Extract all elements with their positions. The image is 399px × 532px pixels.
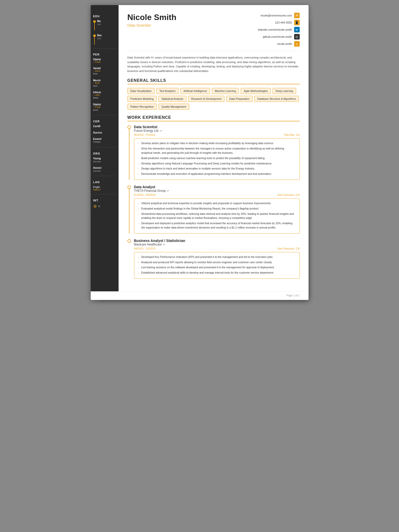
work-timeline-2 [127,185,131,234]
contact-github: github.com/nicole.smith ⊙ [263,34,300,40]
candidate-name: Nicole Smith [127,13,177,22]
skill-tag-6: Deep Learning [273,88,296,94]
bullet-2-4: Developed and deployed a predictive anal… [138,221,296,230]
job-dates-2: 01/2016 - 04/2019 [134,193,156,196]
sidebar-per-item-2: Variati – Devefrom [93,67,116,75]
sidebar-edu-degree-1: Ma [97,20,101,23]
sidebar-edu-item-1: Ma SAI [93,20,116,30]
sidebar-edu-item-2: Bac SAI [93,34,116,45]
candidate-title: Data Scientist [127,23,177,27]
sidebar-int-title: INT [93,199,116,202]
skill-tag-3: Artificial Intelligence [180,88,210,94]
skill-tag-1: Data Visualization [127,88,155,94]
sidebar-per-item-1: Statist – Predi [93,58,116,63]
work-timeline-3 [127,239,131,279]
main-content: Nicole Smith Data Scientist nicole@novor… [119,5,309,291]
sidebar-org-title: ORG [93,152,116,155]
interests-icon: ⚙ [93,204,97,209]
sidebar-edu-degree-2: Bac [97,34,102,37]
main-page: EDU Ma SAI [91,5,309,300]
github-icon: ⊙ [294,34,300,40]
timeline-circle-2 [127,185,131,189]
contact-email: nicole@novoresume.com ✉ [260,13,299,18]
bullet-2-2: Evaluated analytical model findings in t… [138,206,296,211]
linkedin-text: linkedin.com/in/nicole.smith [258,28,292,31]
linkedin-icon: in [294,27,300,32]
work-body-3: Business Analyst / Statistician Maxicare… [134,239,300,279]
skill-tag-8: Statistical Analysis [158,96,186,102]
job-location-3: San Francisco, CA [277,247,300,250]
sidebar: EDU Ma SAI [91,5,119,291]
bullet-1-4: Develop algorithms using Natural Languag… [138,161,296,166]
job-company-3: Maxicare Healthcare ↗ [134,243,300,246]
skills-section-title: GENERAL SKILLS [127,78,300,84]
job-dates-3: 04/2013 - 12/2015 [134,247,156,250]
bullet-1-3: Build predictive models using various ma… [138,156,296,160]
timeline-line-2 [129,189,129,234]
timeline-line-1 [129,129,129,180]
sidebar-cer-title: CER [93,120,116,123]
job-dates-1: 05/2019 - Present [134,133,155,136]
email-icon: ✉ [294,13,300,18]
page-footer: Page 1 of 2 [91,291,309,300]
bullet-2-3: Streamlined data processing workflows, r… [138,212,296,220]
bullet-2-1: Utilized analytical and technical expert… [138,201,296,205]
skill-tag-7: Predictive Modeling [127,96,157,102]
job-bullets-1: Develop action plans to mitigate risks i… [138,141,296,176]
skill-tag-13: Quality Management [159,104,189,110]
job-dates-row-1: 05/2019 - Present Palo Alto, CA [134,133,300,136]
github-text: github.com/nicole.smith [263,35,292,38]
job-title-3: Business Analyst / Statistician [134,239,300,243]
job-dates-row-2: 01/2016 - 04/2019 San Francisco, CA [134,193,300,196]
sidebar-lan-title: LAN [93,181,116,184]
bullet-1-2: Drive the interaction and partnership be… [138,146,296,155]
sidebar-cer-item-3: Essent Compu [93,138,116,144]
work-timeline-1 [127,125,131,180]
header-left: Nicole Smith Data Scientist [127,13,177,27]
skill-tag-9: Research & Development [188,96,225,102]
website-icon: ⬧ [294,41,300,47]
sidebar-cer-item-1: Certifi [93,125,116,128]
sidebar-per-item-3: Merch – Builtreco [93,79,116,88]
job-bullets-box-2: Utilized analytical and technical expert… [134,198,300,234]
work-entry-1: Data Scientist Future Energy Ltd. ↗ 05/2… [127,125,300,180]
sidebar-per-item-5: Statist – Prediprovi [93,103,116,112]
phone-icon: 📱 [294,20,300,25]
sidebar-cer-item-2: Succes [93,131,116,134]
skill-tag-11: Database Structure & Algorithms [254,96,299,102]
skills-section: GENERAL SKILLS Data VisualizationText An… [127,78,300,110]
header: Nicole Smith Data Scientist nicole@novor… [127,13,300,51]
sidebar-int-item-1: ⚙ M [93,204,116,209]
contact-website: nicole.smith ⬧ [277,41,299,47]
job-title-2: Data Analyst [134,185,300,189]
sidebar-org-item-1: Young Membe [93,157,116,163]
job-company-2: THETA Financial Group ↗ [134,189,300,193]
job-dates-row-3: 04/2013 - 12/2015 San Francisco, CA [134,247,300,250]
email-text: nicole@novoresume.com [260,14,292,17]
job-bullets-3: Developed Key Performance Indicators (KP… [138,255,296,275]
skill-tag-10: Data Preparation [226,96,252,102]
contact-linkedin: linkedin.com/in/nicole.smith in [258,27,300,32]
skill-tag-2: Text Analytics [156,88,179,94]
job-location-2: San Francisco, CA [277,193,300,196]
bullet-3-2: Analyzed and produced KPI reports allowi… [138,260,296,264]
sidebar-edu-school-2: SAI [97,37,102,40]
job-title-1: Data Scientist [134,125,300,129]
sidebar-org-item-2: Associ Membe [93,166,116,172]
job-bullets-2: Utilized analytical and technical expert… [138,201,296,230]
sidebar-per-title: PER [93,53,116,56]
job-company-1: Future Energy Ltd. ↗ [134,129,300,132]
sidebar-lang-item-1: Englis Native i [93,186,116,191]
timeline-circle-1 [127,125,131,129]
page-stack: Page 2 of 2 EDU Ma SAI [91,5,309,300]
skill-tag-12: Pattern Recognition [127,104,157,110]
job-location-1: Palo Alto, CA [284,133,300,136]
bullet-1-5: Design algorithms to track and detect an… [138,166,296,171]
summary: Data Scientist with 4+ years of broad-ba… [127,55,300,73]
header-contact: nicole@novoresume.com ✉ 123 444 5555 📱 l… [258,13,300,47]
job-bullets-box-1: Develop action plans to mitigate risks i… [134,138,300,180]
contact-phone: 123 444 5555 📱 [275,20,299,25]
phone-text: 123 444 5555 [275,21,292,24]
bullet-3-4: Established advanced analytical skills t… [138,271,296,275]
sidebar-edu-school-1: SAI [97,23,101,26]
